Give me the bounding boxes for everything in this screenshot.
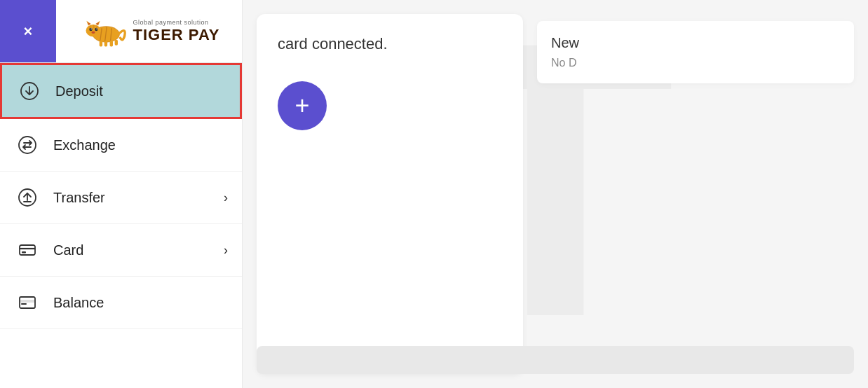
svg-rect-19	[104, 41, 107, 46]
card-icon	[14, 237, 41, 263]
sidebar-item-label-card: Card	[53, 242, 224, 258]
transfer-icon	[14, 184, 41, 211]
right-panel: New No D	[537, 14, 854, 374]
sidebar-item-balance[interactable]: Balance	[0, 277, 242, 329]
svg-point-14	[91, 31, 95, 34]
svg-point-11	[95, 27, 97, 30]
svg-point-12	[90, 28, 91, 29]
no-card-connected-text: card connected.	[278, 35, 388, 53]
tiger-logo-icon	[79, 14, 128, 49]
svg-rect-20	[109, 40, 112, 46]
deposit-icon	[16, 78, 43, 104]
logo: Global payment solution TIGER PAY	[79, 14, 220, 49]
right-section-new: New No D	[537, 21, 854, 83]
logo-text: Global payment solution TIGER PAY	[133, 19, 220, 44]
sidebar-item-exchange[interactable]: Exchange	[0, 119, 242, 172]
balance-icon	[14, 289, 41, 316]
close-button[interactable]: ×	[0, 0, 56, 62]
logo-title: TIGER PAY	[133, 26, 220, 44]
svg-rect-32	[20, 300, 35, 303]
sidebar-item-transfer[interactable]: Transfer ›	[0, 172, 242, 224]
bottom-bar	[257, 346, 854, 374]
svg-point-5	[86, 24, 100, 36]
sidebar-item-deposit[interactable]: Deposit	[0, 63, 242, 119]
svg-rect-30	[22, 251, 26, 254]
logo-area: Global payment solution TIGER PAY	[56, 0, 242, 62]
right-section-subtitle: No D	[551, 57, 840, 69]
add-card-button[interactable]: +	[278, 81, 327, 130]
sidebar-header: ×	[0, 0, 242, 63]
svg-rect-18	[99, 40, 102, 46]
right-section-title: New	[551, 35, 840, 51]
sidebar-item-label-exchange: Exchange	[53, 137, 228, 153]
svg-rect-21	[114, 39, 117, 45]
card-arrow-icon: ›	[224, 243, 228, 258]
sidebar-item-label-deposit: Deposit	[55, 83, 226, 99]
nav-items: Deposit Exchange	[0, 63, 242, 388]
main-content: T card connected. + New No D	[243, 0, 868, 388]
sidebar-item-label-balance: Balance	[53, 295, 228, 311]
sidebar-item-card[interactable]: Card ›	[0, 224, 242, 277]
close-icon: ×	[24, 22, 33, 41]
exchange-icon	[14, 132, 41, 158]
transfer-arrow-icon: ›	[224, 190, 228, 205]
card-panel: card connected. +	[257, 14, 523, 374]
logo-subtitle: Global payment solution	[133, 19, 209, 26]
plus-icon: +	[294, 93, 309, 118]
svg-point-25	[19, 137, 36, 153]
svg-rect-28	[20, 245, 35, 255]
sidebar: ×	[0, 0, 243, 388]
sidebar-item-label-transfer: Transfer	[53, 190, 224, 206]
